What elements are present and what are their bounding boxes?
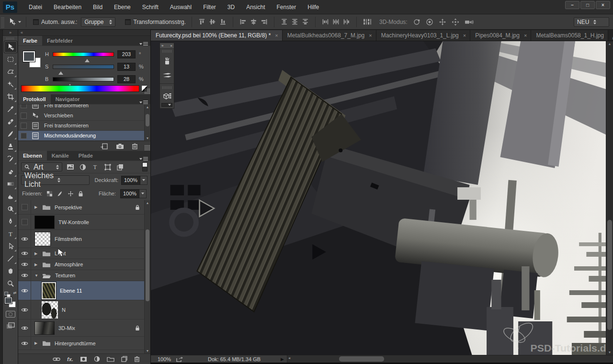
current-tool-chip[interactable] (6, 18, 23, 26)
path-selection-tool[interactable] (4, 240, 17, 252)
doc-tab-metalbulkheads[interactable]: MetalBulkheads0068_7_M.jpg × (283, 30, 376, 41)
layer-thumbnail[interactable] (34, 321, 55, 335)
3d-rotate-icon[interactable] (412, 18, 421, 26)
new-group-icon[interactable] (107, 356, 114, 362)
history-scrollbar[interactable]: ▲ ▼ (144, 104, 150, 141)
link-layers-icon[interactable] (53, 357, 60, 362)
share-export-icon[interactable] (176, 356, 183, 362)
filter-toggle-switch[interactable] (142, 162, 148, 171)
layer-row-selected[interactable]: Ebene 11 (18, 281, 144, 300)
delete-layer-trash-icon[interactable] (134, 356, 140, 362)
scroll-left-icon[interactable]: ◂ (288, 356, 290, 360)
canvas[interactable]: PSD-Tutorials.de » × (151, 41, 606, 355)
tab-overflow-icon[interactable]: » (608, 35, 613, 41)
clone-stamp-tool[interactable] (4, 140, 17, 153)
toolbar-collapse[interactable]: » (3, 30, 18, 36)
layer-thumbnail[interactable] (42, 301, 58, 318)
menu-3d[interactable]: 3D (222, 0, 240, 14)
align-top-icon[interactable] (198, 18, 206, 26)
hue-value[interactable]: 203 (117, 50, 136, 58)
panel-grip[interactable] (162, 86, 171, 89)
distribute-widths-icon[interactable] (363, 18, 372, 26)
3d-pan-icon[interactable] (438, 18, 447, 26)
distribute-hcenter-icon[interactable] (332, 18, 340, 26)
align-hcenter-icon[interactable] (250, 18, 258, 26)
foreground-color[interactable] (4, 297, 12, 304)
pen-tool[interactable] (4, 215, 17, 228)
lock-all-icon[interactable] (78, 191, 83, 197)
brush-tool[interactable] (4, 128, 17, 140)
align-bottom-icon[interactable] (219, 18, 227, 26)
filter-type-icon[interactable]: T (92, 164, 98, 170)
brightness-value[interactable]: 28 (117, 75, 136, 83)
gradient-tool[interactable] (4, 178, 17, 190)
scrollbar-thumb[interactable] (607, 220, 612, 330)
layer-row[interactable]: ▼ Texturen (18, 270, 144, 281)
scroll-down-icon[interactable]: ▼ (145, 349, 150, 353)
saturation-value[interactable]: 13 (117, 63, 136, 71)
panel-close-icon[interactable]: × (170, 44, 172, 48)
close-icon[interactable]: × (275, 33, 278, 38)
history-brush-tool[interactable] (4, 153, 17, 165)
menu-bearbeiten[interactable]: Bearbeiten (48, 0, 87, 14)
tab-ebenen[interactable]: Ebenen (18, 151, 47, 160)
opacity-control[interactable]: 100% (121, 176, 148, 185)
visibility-toggle[interactable] (18, 281, 31, 300)
layer-row[interactable]: ▶ Licht (18, 248, 144, 259)
close-icon[interactable]: × (524, 33, 527, 38)
filter-pixel-layers-icon[interactable] (67, 164, 74, 170)
layer-row[interactable]: TW-Kontrolle (18, 215, 144, 230)
menu-ebene[interactable]: Ebene (108, 0, 136, 14)
quick-mask-button[interactable] (6, 311, 15, 318)
distribute-bottom-icon[interactable] (301, 18, 309, 26)
visibility-toggle[interactable] (18, 259, 31, 270)
layer-thumbnail[interactable] (34, 216, 55, 229)
menu-auswahl[interactable]: Auswahl (164, 0, 197, 14)
visibility-toggle[interactable] (18, 337, 31, 350)
add-mask-icon[interactable] (80, 356, 87, 362)
menu-fenster[interactable]: Fenster (271, 0, 302, 14)
visibility-toggle[interactable] (18, 270, 31, 281)
tab-kanaele[interactable]: Kanäle (47, 151, 74, 160)
filter-type-dropdown[interactable]: Art (21, 162, 62, 171)
doc-tab-metalbeams[interactable]: MetalBeams0058_1_H.jpg (531, 30, 608, 41)
scrollbar-thumb[interactable] (146, 114, 149, 126)
close-icon[interactable]: × (369, 33, 372, 38)
status-expand-icon[interactable]: ▶ (281, 357, 284, 362)
expand-arrow-icon[interactable]: ▶ (34, 262, 38, 267)
layer-row[interactable]: ▶ Perspektive (18, 200, 144, 215)
panel-expand-icon[interactable]: » (161, 44, 163, 48)
panels-collapse[interactable]: « (18, 30, 150, 36)
tab-farbfelder[interactable]: Farbfelder (42, 36, 78, 46)
new-document-from-state-icon[interactable] (100, 143, 108, 150)
distribute-vcenter-icon[interactable] (291, 18, 299, 26)
filter-adjustment-icon[interactable] (79, 164, 86, 171)
slider-thumb[interactable] (85, 57, 90, 62)
visibility-toggle[interactable] (18, 319, 31, 336)
tab-protokoll[interactable]: Protokoll (18, 94, 51, 104)
panel-menu-icon[interactable] (139, 101, 150, 104)
layer-style-fx-icon[interactable]: fx. (67, 356, 73, 362)
healing-brush-tool[interactable] (4, 115, 17, 128)
scroll-down-icon[interactable]: ▼ (606, 351, 613, 354)
panel-grip[interactable] (162, 50, 171, 53)
history-item[interactable]: Frei transformieren (18, 104, 150, 110)
3d-camera-icon[interactable] (464, 18, 474, 26)
layer-row[interactable]: ▶ Atmosphäre (18, 259, 144, 270)
maximize-button[interactable]: □ (580, 1, 595, 9)
horizontal-scrollbar[interactable]: ◂ (287, 355, 613, 363)
panel-menu-icon[interactable] (139, 157, 150, 160)
close-icon[interactable]: × (463, 33, 466, 38)
menu-datei[interactable]: Datei (23, 0, 48, 14)
distribute-left-icon[interactable] (321, 18, 329, 26)
filter-smart-object-icon[interactable] (117, 164, 124, 171)
type-tool[interactable]: T (4, 228, 17, 240)
3d-roll-icon[interactable] (425, 18, 434, 26)
scrollbar-thumb[interactable] (146, 229, 149, 301)
auto-select-dropdown[interactable]: Gruppe (81, 17, 115, 27)
layer-row[interactable]: N (18, 300, 144, 319)
delete-state-trash-icon[interactable] (132, 143, 138, 149)
adjustment-layer-icon[interactable] (94, 356, 100, 362)
zoom-level-field[interactable]: 100% (151, 356, 176, 362)
mini-dropdown[interactable] (161, 103, 172, 107)
